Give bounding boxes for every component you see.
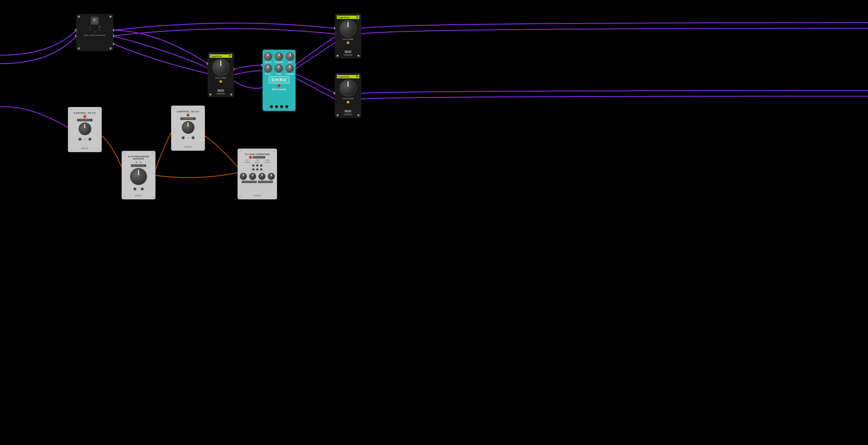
shiroverb-title: Shiroverb — [272, 88, 286, 91]
logic-knob-4[interactable] — [268, 173, 275, 180]
logic-knob-3[interactable] — [258, 173, 266, 180]
logic-led — [249, 156, 252, 158]
auto-input-selector-module: 1 M 2 1 2 Auto Input Selector — [76, 14, 113, 51]
control-cv-left-port-1[interactable] — [78, 138, 82, 141]
screw-bl — [337, 114, 339, 116]
mod-subtitle-tr: Volume — [344, 54, 352, 56]
led-br — [347, 101, 349, 103]
volume-dropdown-tr[interactable]: Logarithmic ▼ — [337, 16, 359, 19]
screw-bl — [173, 147, 175, 149]
logic-nand: NAND — [242, 161, 252, 163]
control-cv-left-port-2[interactable] — [88, 138, 92, 141]
led-tr — [347, 41, 349, 44]
screw-bl — [239, 196, 241, 198]
mod-subtitle-center: Volume — [217, 92, 225, 95]
attenuverter-led-1 — [136, 161, 137, 163]
mod-volume-br-module: Logarithmic ▼ VOLUME MOD Volume — [335, 73, 361, 118]
mod-title-center: MOD — [217, 89, 225, 92]
ratio-knob[interactable] — [264, 64, 272, 73]
logic-port-6[interactable] — [260, 168, 263, 171]
mod-volume-center-module: Logarithmic ▼ VOLUME MOD Volume — [208, 52, 234, 97]
ratio-label: RATIO — [265, 73, 271, 75]
screw-tl — [239, 150, 241, 152]
volume-knob-label-tr: VOLUME — [342, 38, 354, 40]
damping-label: DAMPING — [275, 61, 284, 63]
logic-port-5[interactable] — [256, 168, 259, 171]
damping-knob[interactable] — [275, 52, 283, 61]
screw-br — [201, 147, 204, 149]
mod-title-tr: MOD — [344, 50, 352, 54]
control-label-right: CONTROL — [180, 117, 195, 120]
volume-knob-center[interactable] — [212, 59, 229, 76]
logic-knob-1[interactable] — [240, 173, 247, 180]
logic-port-2[interactable] — [256, 164, 259, 167]
volume-knob-label-center: VOLUME — [215, 77, 226, 79]
cv-logic-module: CV LOGIC OPERATORS OPERATOR AND OR NOR N… — [238, 149, 277, 200]
screw-br — [358, 55, 360, 57]
control-cv-right-logo: ⊕MOD — [184, 146, 192, 148]
logic-bottom-label-2: #TRUINVERTE — [258, 181, 273, 183]
control-cv-right-port-1[interactable] — [182, 136, 185, 140]
shimmer-knob[interactable] — [285, 64, 294, 73]
tone-knob[interactable] — [275, 64, 283, 73]
shiro-badge: SHIRO — [269, 76, 289, 84]
screw-br — [273, 196, 276, 198]
mix-knob[interactable] — [286, 52, 294, 61]
logic-port-3[interactable] — [260, 164, 263, 167]
logic-knob-2[interactable] — [249, 173, 256, 180]
attenuverter-port-2[interactable] — [141, 187, 144, 191]
screw-tr — [110, 16, 112, 18]
screw-tl — [173, 107, 175, 109]
volume-dropdown-br[interactable]: Logarithmic ▼ — [337, 75, 359, 78]
port-label-1-out: M — [99, 26, 100, 28]
screw-br — [98, 149, 100, 151]
logic-nor2: NOR — [252, 161, 262, 163]
control-label-left: CONTROL — [77, 119, 92, 121]
decay-label: DECAY — [265, 61, 272, 63]
volume-dropdown-center[interactable]: Logarithmic ▼ — [210, 54, 232, 58]
operator-label: OPERATOR — [253, 156, 265, 158]
svg-rect-12 — [93, 19, 95, 20]
volume-knob-br[interactable] — [340, 80, 356, 96]
decay-knob[interactable] — [264, 52, 272, 61]
screw-tr — [273, 150, 276, 152]
mod-volume-tr-module: Logarithmic ▼ VOLUME MOD Volume — [335, 13, 361, 58]
attenuverter-title: CV ATTENUVERTER BOOSTER — [124, 156, 153, 160]
attenuverter-logo: ⊕MOD — [135, 195, 142, 197]
svg-rect-13 — [93, 21, 96, 23]
port-label-2-out: 1 — [99, 28, 100, 30]
control-cv-right-port-2[interactable] — [191, 136, 195, 140]
attenuverter-port-1[interactable] — [133, 187, 136, 191]
shiroverb-module: DECAY DAMPING MIX RATIO TONE SHIMMER SHI… — [262, 50, 296, 111]
screw-tr — [98, 108, 100, 111]
control-cv-left-module: CONTROL TO CV CONTROL ››› ⊕MOD — [68, 107, 102, 152]
control-cv-right-led — [187, 114, 189, 116]
logic-logo: ⊕MOD — [254, 195, 261, 197]
control-cv-left-knob[interactable] — [79, 122, 91, 135]
logic-xnor: XNOR — [263, 161, 272, 163]
logic-title: CV LOGIC OPERATORS — [245, 153, 270, 155]
control-cv-right-knob[interactable] — [182, 121, 194, 134]
screw-br — [230, 93, 232, 96]
screw-tl — [78, 16, 80, 18]
port-label-2-in: 2 — [89, 28, 91, 30]
attenuverter-knob[interactable] — [130, 168, 147, 185]
shiroverb-port-4[interactable] — [285, 105, 288, 108]
screw-br — [152, 196, 154, 198]
screw-bl — [123, 196, 125, 198]
shiroverb-port-1[interactable] — [270, 105, 273, 108]
screw-tl — [69, 108, 71, 111]
mod-title-br: MOD — [344, 110, 352, 113]
logic-and: AND — [242, 159, 252, 161]
port-label-1-in: 1 — [89, 26, 90, 28]
auto-input-title: Auto Input Selector — [84, 34, 106, 36]
shiroverb-port-2[interactable] — [275, 105, 278, 108]
led-center — [220, 80, 222, 83]
shiroverb-port-3[interactable] — [280, 105, 283, 108]
logic-port-4[interactable] — [252, 168, 255, 171]
screw-tr — [201, 107, 204, 109]
shiroverb-led — [278, 85, 280, 87]
screw-bl — [78, 47, 80, 50]
volume-knob-tr[interactable] — [340, 20, 356, 37]
logic-port-1[interactable] — [252, 164, 255, 167]
